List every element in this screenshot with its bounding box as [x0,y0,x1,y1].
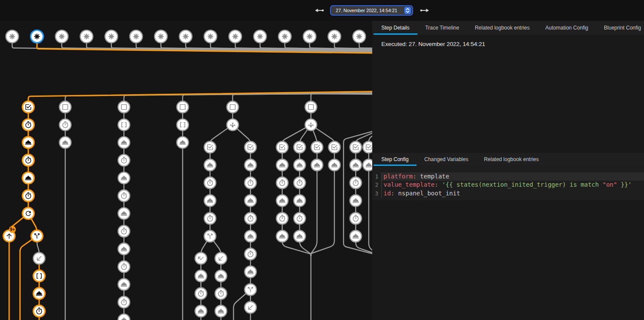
trace-node-asterisk[interactable] [353,30,366,43]
trace-node-checkbox-marked[interactable] [245,142,257,153]
trace-node-service[interactable] [23,172,34,184]
trace-node-service[interactable] [204,159,216,171]
trace-graph-canvas[interactable]: 9+ [0,21,372,320]
trace-node-service[interactable] [363,159,372,171]
trace-node-checkbox-marked[interactable] [277,142,288,153]
trace-node-asterisk[interactable] [6,30,19,43]
trace-node-arrow-bottom-left[interactable] [245,302,257,313]
trace-node-timer[interactable] [33,305,45,317]
trace-node-brackets[interactable] [33,270,45,282]
trace-node-arrow-up[interactable]: 9+ [3,226,16,242]
trace-node-asterisk[interactable] [204,30,217,43]
trace-node-timer[interactable] [350,177,362,189]
trace-node-service[interactable] [215,305,227,317]
trace-node-call-missed[interactable] [195,253,207,264]
trace-node-service[interactable] [294,195,306,207]
trace-node-timer[interactable] [245,213,257,224]
trace-node-service[interactable] [118,172,130,184]
trace-node-service[interactable] [177,137,189,148]
trace-node-timer[interactable] [118,225,130,237]
tab-step-details[interactable]: Step Details [374,21,417,35]
tab-related-logbook-entries[interactable]: Related logbook entries [467,21,537,35]
trace-node-timer[interactable] [118,297,130,308]
trace-node-service[interactable] [245,195,257,207]
trace-node-service[interactable] [329,159,340,171]
trace-node-timer[interactable] [23,119,34,131]
trace-node-service[interactable] [277,231,288,242]
trace-node-arrow-bottom-left[interactable] [215,253,227,264]
trace-node-arrow-decision[interactable] [305,119,317,131]
trace-node-service[interactable] [350,195,362,207]
trace-node-service[interactable] [195,270,207,282]
trace-node-timer[interactable] [118,155,130,166]
trace-node-service[interactable] [195,305,207,317]
detail-tab-changed-variables[interactable]: Changed Variables [417,153,476,166]
trace-node-service[interactable] [60,137,71,148]
trace-node-timer[interactable] [215,288,227,300]
trace-node-checkbox-marked[interactable] [329,142,340,153]
trace-node-service[interactable] [33,288,45,300]
trace-node-service[interactable] [215,270,227,282]
trace-node-timer[interactable] [294,213,306,224]
trace-node-brackets[interactable] [118,119,130,131]
trace-node-service[interactable] [245,266,257,278]
trace-node-arrow-bottom-left[interactable] [33,253,45,264]
trace-node-asterisk[interactable] [31,30,43,43]
trace-node-asterisk[interactable] [105,30,118,43]
trace-node-timer[interactable] [277,177,288,189]
trace-node-checkbox-marked[interactable] [311,142,323,153]
trace-node-service[interactable] [350,159,362,171]
trace-node-timer[interactable] [350,213,362,224]
trace-node-asterisk[interactable] [304,30,316,43]
trace-node-service[interactable] [294,159,306,171]
newer-trace-button[interactable] [419,6,430,15]
trace-node-timer[interactable] [294,177,306,189]
trace-select[interactable]: 27. November 2022, 14:54:21 [330,5,413,16]
trace-node-timer[interactable] [277,213,288,224]
trace-node-asterisk[interactable] [56,30,68,43]
trace-node-asterisk[interactable] [254,30,267,43]
trace-node-asterisk[interactable] [279,30,291,43]
trace-node-call-split[interactable] [31,230,43,242]
trace-node-brackets[interactable] [177,119,189,131]
tab-automation-config[interactable]: Automation Config [537,21,596,35]
trace-node-refresh[interactable] [23,208,34,219]
trace-node-service[interactable] [118,279,130,290]
trace-node-asterisk[interactable] [180,30,192,43]
trace-node-asterisk[interactable] [229,30,242,43]
trace-node-checkbox-marked[interactable] [23,101,34,113]
trace-node-service[interactable] [350,231,362,242]
trace-node-service[interactable] [245,159,257,171]
trace-node-checkbox-marked[interactable] [363,142,372,153]
trace-node-timer[interactable] [204,213,216,224]
trace-node-service[interactable] [277,195,288,207]
trace-node-blank[interactable] [60,101,71,113]
trace-node-timer[interactable] [195,288,207,300]
detail-tab-related-logbook-entries[interactable]: Related logbook entries [476,153,547,166]
trace-node-service[interactable] [277,159,288,171]
trace-node-service[interactable] [311,159,323,171]
trace-node-checkbox-marked[interactable] [350,142,362,153]
trace-node-service[interactable] [118,137,130,148]
trace-node-asterisk[interactable] [155,30,167,43]
trace-node-blank[interactable] [227,101,239,113]
trace-node-timer[interactable] [60,119,71,131]
trace-node-blank[interactable] [305,101,317,113]
tab-trace-timeline[interactable]: Trace Timeline [417,21,467,35]
trace-node-service[interactable] [118,243,130,255]
trace-node-call-split[interactable] [245,284,257,296]
trace-node-blank[interactable] [177,101,189,113]
trace-node-service[interactable] [294,231,306,242]
trace-node-asterisk[interactable] [80,30,93,43]
trace-node-service[interactable] [118,208,130,219]
trace-node-arrow-decision[interactable] [227,119,239,131]
trace-node-timer[interactable] [245,177,257,189]
trace-node-timer[interactable] [118,261,130,273]
trace-node-checkbox-marked[interactable] [204,142,216,153]
trace-node-service[interactable] [118,314,130,320]
trace-node-timer[interactable] [118,190,130,201]
trace-node-checkbox-marked[interactable] [294,142,306,153]
detail-tab-step-config[interactable]: Step Config [374,153,417,166]
trace-node-service[interactable] [245,231,257,242]
trace-node-service[interactable] [204,195,216,207]
